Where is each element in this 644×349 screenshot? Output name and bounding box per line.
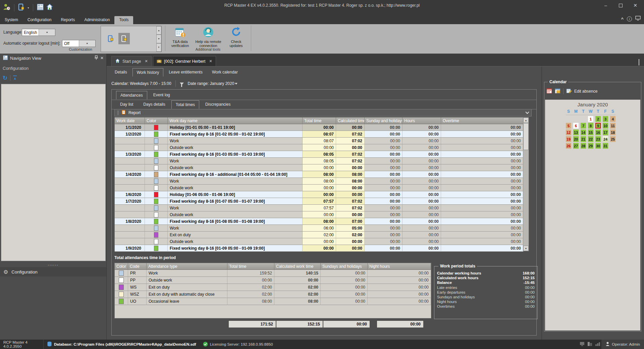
doc-tab-start-page[interactable]: Start page✕ bbox=[111, 56, 152, 66]
menu-tab-reports[interactable]: Reports bbox=[56, 16, 79, 24]
tab-days-details[interactable]: Days details bbox=[139, 100, 169, 109]
table-row[interactable]: Outside work00:0000:0000:0000:0000:00 bbox=[115, 144, 523, 151]
table-row[interactable]: Outside work00:0000:0000:0000:0000:00 bbox=[115, 211, 523, 218]
app-item-icon-selected[interactable] bbox=[118, 33, 130, 44]
table-row[interactable]: Exit on duty02:0002:0000:0000:0000:00 bbox=[115, 232, 523, 238]
calendar-day-cell[interactable]: 14 bbox=[581, 130, 586, 135]
scrollbar-thumb[interactable] bbox=[523, 123, 529, 150]
vertical-scrollbar[interactable]: ▲ ▼ bbox=[523, 117, 529, 251]
table-row[interactable]: 1/1/2020Holiday [01-01 05:00 - 01-01 19:… bbox=[115, 124, 523, 131]
table-row[interactable]: 1/8/2020Fixed working day 8-16 [01-08 05… bbox=[115, 218, 523, 225]
sidebar-item-configuration[interactable]: ⚙ Configuration bbox=[0, 267, 106, 277]
doc-tab-employee[interactable]: [002]: Gerstner Herbert✕ bbox=[153, 56, 216, 66]
collapse-all-icon[interactable]: ▲ bbox=[13, 76, 17, 80]
table-row[interactable]: Work07:5707:0200:0000:0000:00 bbox=[115, 205, 523, 211]
calendar-day-cell[interactable]: 22 bbox=[588, 136, 593, 142]
tab-day-list[interactable]: Day list bbox=[116, 100, 137, 109]
tab-leave-entitlements[interactable]: Leave entitlements bbox=[165, 68, 207, 77]
calendar-day-cell[interactable]: 10 bbox=[603, 123, 608, 129]
calendar-day-cell[interactable]: 28 bbox=[581, 143, 586, 149]
close-panel-icon[interactable]: ✕ bbox=[100, 56, 104, 60]
calendar-day-cell[interactable]: 31 bbox=[603, 143, 608, 149]
report-collapsible-bar[interactable]: Report bbox=[114, 109, 532, 116]
close-tab-icon[interactable]: ✕ bbox=[143, 59, 148, 63]
calendar-day-cell[interactable]: 5 bbox=[566, 123, 571, 129]
column-header[interactable]: Calculated work time bbox=[274, 263, 321, 270]
column-header[interactable]: Night hours bbox=[368, 263, 431, 270]
tab-discrepancies[interactable]: Discrepancies bbox=[201, 100, 234, 109]
column-header[interactable]: Total time bbox=[227, 263, 274, 270]
terminal-status-icon[interactable] bbox=[587, 342, 592, 347]
table-row[interactable]: 1/9/2020Fixed working day 8-16 [01-09 05… bbox=[115, 245, 523, 252]
table-row[interactable]: 1/7/2020Fixed working day 8-16 [01-07 05… bbox=[115, 198, 523, 205]
table-row[interactable]: Work08:0008:0000:0000:0000:00 bbox=[115, 178, 523, 185]
column-header[interactable]: Color bbox=[145, 117, 168, 124]
column-header[interactable]: Total time bbox=[303, 117, 336, 124]
calendar-day-cell[interactable]: 23 bbox=[595, 136, 601, 142]
refresh-icon[interactable]: ↻ bbox=[3, 74, 7, 82]
tab-event-log[interactable]: Event log bbox=[149, 91, 174, 99]
calendar-day-cell[interactable]: 9 bbox=[595, 123, 601, 129]
column-header[interactable]: Work date bbox=[115, 117, 145, 124]
tab-total-times[interactable]: Total times bbox=[171, 100, 199, 109]
column-header[interactable]: Hours bbox=[402, 117, 441, 124]
calendar-day-cell[interactable]: 12 bbox=[566, 130, 571, 135]
chevron-down-icon[interactable]: ▼ bbox=[79, 40, 96, 47]
maximize-button[interactable] bbox=[613, 0, 628, 11]
pin-icon[interactable] bbox=[94, 55, 98, 61]
calendar-day-cell[interactable]: 19 bbox=[566, 136, 571, 142]
calendar-day-cell[interactable]: 15 bbox=[588, 130, 593, 135]
tab-list-chevron-icon[interactable] bbox=[639, 59, 639, 65]
edit-absence-button[interactable]: Edit absence bbox=[566, 88, 597, 95]
summary-row[interactable]: WSZExit on duty with automatic day close… bbox=[115, 291, 431, 298]
scroll-up-icon[interactable]: ▲ bbox=[523, 117, 529, 123]
service-status-icon[interactable] bbox=[580, 342, 585, 347]
column-header[interactable]: Sunday and holidays bbox=[365, 117, 402, 124]
calendar-day-cell[interactable]: 16 bbox=[595, 130, 601, 135]
remote-help-button[interactable]: Help via remote connection bbox=[194, 26, 223, 48]
table-row[interactable]: 1/3/2020Fixed working day 8-16 [01-03 05… bbox=[115, 151, 523, 158]
calendar-day-cell[interactable]: 29 bbox=[588, 143, 593, 149]
tab-details[interactable]: Details bbox=[111, 68, 131, 77]
chevron-down-icon[interactable]: ▼ bbox=[39, 29, 55, 36]
check-updates-button[interactable]: Check updates bbox=[225, 26, 247, 48]
calendar-day-cell[interactable]: 25 bbox=[610, 136, 615, 142]
minimize-button[interactable]: – bbox=[598, 0, 613, 11]
column-header[interactable]: Attendance type bbox=[147, 263, 227, 270]
status-operator-segment[interactable]: Operator: Admin bbox=[601, 340, 644, 349]
network-status-icon[interactable] bbox=[595, 342, 600, 347]
calendar-day-cell[interactable]: 17 bbox=[603, 130, 608, 135]
date-range-dropdown[interactable]: Date range: January 2020 bbox=[188, 81, 238, 86]
column-header[interactable]: Color bbox=[115, 263, 128, 270]
panel-splitter-dots[interactable]: ...... bbox=[0, 262, 106, 266]
summary-row[interactable]: UOOccasional leave08:0008:0000:0000:00 bbox=[115, 298, 431, 305]
summary-row[interactable]: PPOutside work00:0000:0000:0000:00 bbox=[115, 277, 431, 284]
column-header[interactable]: Sundays and holidays bbox=[321, 263, 368, 270]
table-row[interactable]: Outside work00:0000:0000:0000:0000:00 bbox=[115, 164, 523, 171]
calendar-day-cell[interactable]: 20 bbox=[573, 136, 579, 142]
scroll-down-icon[interactable]: ▼ bbox=[156, 35, 161, 43]
calendar-day-cell[interactable]: 1 bbox=[588, 116, 593, 122]
menu-tab-system[interactable]: System bbox=[0, 16, 23, 24]
menu-tab-administration[interactable]: Administration bbox=[79, 16, 114, 24]
calendar-day-cell[interactable]: 30 bbox=[595, 143, 601, 149]
calendar-day-cell[interactable]: 21 bbox=[581, 136, 586, 142]
table-row[interactable]: Outside work00:0000:0000:0000:0000:00 bbox=[115, 238, 523, 245]
calendar-day-cell[interactable]: 18 bbox=[610, 130, 615, 135]
ta-data-verification-button[interactable]: T&A data verification bbox=[168, 26, 193, 48]
table-row[interactable]: Outside work00:0000:0000:0000:0000:00 bbox=[115, 185, 523, 191]
close-button[interactable]: ✕ bbox=[628, 0, 643, 11]
table-row[interactable]: 1/4/2020Fixed working day 8-16 - additio… bbox=[115, 171, 523, 178]
column-header[interactable]: Calculated time bbox=[336, 117, 365, 124]
calendar-day-cell[interactable]: 4 bbox=[610, 116, 615, 122]
calendar-day-cell[interactable]: 7 bbox=[581, 123, 586, 129]
scroll-up-icon[interactable]: ▲ bbox=[156, 26, 161, 35]
menu-tab-tools[interactable]: Tools bbox=[114, 16, 133, 24]
menu-tab-configuration[interactable]: Configuration bbox=[23, 16, 56, 24]
column-header[interactable]: Code bbox=[128, 263, 147, 270]
language-combo[interactable]: English▼ bbox=[22, 29, 55, 36]
summary-row[interactable]: PRWork159:52140:1500:0000:00 bbox=[115, 270, 431, 277]
calendar-day-cell[interactable]: 3 bbox=[603, 116, 608, 122]
table-row[interactable]: Work06:0005:0000:0000:0000:00 bbox=[115, 225, 523, 232]
calendar-day-cell[interactable]: 2 bbox=[595, 116, 601, 122]
